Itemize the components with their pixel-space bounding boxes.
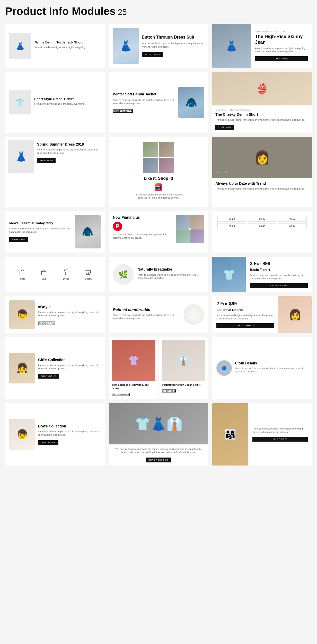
shop-now-family-button[interactable]: SHOP NOW xyxy=(252,437,308,442)
girls-collection-subtitle: From its medieval origins to the digital… xyxy=(38,364,101,370)
shop-women-button[interactable]: SHOP WOMEN xyxy=(112,393,130,396)
shop-jacket-button[interactable]: SHOP JACKET xyxy=(113,109,133,113)
shop-now-mens-button[interactable]: SHOP NOW xyxy=(9,237,28,242)
page-title: Product Info Modules xyxy=(5,5,116,17)
girls-collection-title: Girl's Collection xyxy=(38,357,101,362)
shop-look-button[interactable]: SHOP LOOK xyxy=(38,321,55,325)
now-pinning-title: Now Pinning us xyxy=(113,215,172,220)
shorts-icon xyxy=(85,269,92,276)
short-green-subtitle: From its medieval origins to the digital… xyxy=(34,102,101,106)
cloth-details-subtitle: The point of using lorem ipsum is that i… xyxy=(235,367,308,373)
size-item-3[interactable]: 30-32 xyxy=(278,216,307,222)
bow-linen-title: Bow Linen Top Red with Light Jeans xyxy=(112,383,155,390)
shop-boys-button[interactable]: SHOP BOY'S xyxy=(38,440,58,445)
dress-icon xyxy=(63,269,70,276)
mens-essential-title: Men's Essential Today Only xyxy=(9,221,72,226)
size-item-4[interactable]: 32-38 xyxy=(217,223,246,229)
white-denim-title: White Denim Turtleneck Short xyxy=(35,40,101,45)
boys-tag-title: #Boy's xyxy=(38,304,101,309)
henley-collar-section: 👔 Structured Henley Collar T-shirt SHOP … xyxy=(159,337,208,399)
girls-collection-card: 👧 Girl's Collection From its medieval or… xyxy=(5,337,105,399)
spring-summer-card: 👗 Spring Summer Dress 2019 From its medi… xyxy=(5,137,105,207)
naturally-subtitle: From its medieval origins to the digital… xyxy=(138,273,204,280)
winter-denim-title: Winter Soft Denim Jacket xyxy=(113,92,175,96)
now-pinning-card: Now Pinning us 𝗣 We have launched on pin… xyxy=(109,211,208,253)
white-denim-image: 👗 xyxy=(9,33,31,59)
products-card: 👚 Bow Linen Top Red with Light Jeans SHO… xyxy=(109,337,208,399)
dress-label: Dress xyxy=(63,278,69,280)
sizes-card: 26-28 28-30 30-32 32-38 38-40 40-44 xyxy=(212,211,312,253)
basic-tshirt-title: Basic T-shirt xyxy=(250,268,308,272)
family-image: 👨‍👩‍👧 xyxy=(212,403,248,466)
high-rise-image: 👗 xyxy=(212,24,251,68)
short-green-card: 👕 Short Style Green T-shirt From its med… xyxy=(5,72,105,133)
shorts-icon-item: Shorts xyxy=(85,269,92,280)
girls-collection-image: 👧 xyxy=(9,353,35,383)
short-green-image: 👕 xyxy=(9,90,31,114)
dress-icon-item: Dress xyxy=(63,269,70,280)
tshirt-icon-item: T-shirt xyxy=(18,269,25,280)
pinning-collage xyxy=(176,215,204,243)
spring-summer-title: Spring Summer Dress 2019 xyxy=(37,142,102,147)
essential-shorts-card: 2 For $99 Essential Shorts From its medi… xyxy=(212,296,312,333)
high-rise-card: 👗 OUR MONTHLY EDITORIAL The High-Rise Sk… xyxy=(212,24,312,68)
henley-collar-image: 👔 xyxy=(162,340,205,381)
basic-tshirt-image: 👕 xyxy=(212,257,246,292)
boys-collection-image: 👦 xyxy=(9,419,35,450)
icons-row-card: T-shirt Bag Dress Shorts xyxy=(5,257,105,292)
shop-jumper-button[interactable]: SHOP JUMPER xyxy=(216,323,274,328)
page-count: 25 xyxy=(118,7,127,17)
size-item-6[interactable]: 40-44 xyxy=(278,223,307,229)
shop-tshirt-button[interactable]: SHOP T-SHIRT xyxy=(250,283,308,288)
white-denim-subtitle: From its medieval origins to the digital… xyxy=(35,46,101,49)
button-dress-card: 👗 Button Through Dress Suit From its med… xyxy=(109,24,208,68)
size-item-2[interactable]: 28-30 xyxy=(248,216,277,222)
basic-tshirt-promo: 3 For $99 xyxy=(250,261,308,267)
shop-men-button[interactable]: SHOP MEN xyxy=(162,389,176,392)
winter-denim-subtitle: From its medieval origins to the digital… xyxy=(113,99,175,105)
shop-now-cheeky-button[interactable]: SHOP NOW xyxy=(215,125,234,130)
mens-essential-subtitle: From its medieval origins to the digital… xyxy=(9,227,72,234)
like-shop-title: Like it, Shop it! xyxy=(144,176,173,181)
boys-tag-image: 👦 xyxy=(9,300,35,329)
like-shop-card: Like it, Shop it! 📷 Tag this look you li… xyxy=(109,137,208,207)
cheeky-denim-label: OUR MONTHLY EDITORIAL xyxy=(215,109,309,111)
spring-summer-image: 👗 xyxy=(8,140,34,173)
read-about-us-button[interactable]: READ ABOUT US xyxy=(146,458,171,462)
tshirt-icon xyxy=(18,269,25,276)
page-header: Product Info Modules 25 xyxy=(5,5,312,17)
boys-tag-subtitle: From its medieval origins to the digital… xyxy=(38,311,101,317)
cheeky-denim-subtitle: From its medieval origins to the digital… xyxy=(215,118,309,122)
essential-shorts-image: 👩 xyxy=(278,296,312,333)
refined-title: Refined comfortable xyxy=(113,307,180,312)
svg-rect-0 xyxy=(41,271,46,275)
bow-linen-section: 👚 Bow Linen Top Red with Light Jeans SHO… xyxy=(109,337,159,399)
high-rise-label: OUR MONTHLY EDITORIAL xyxy=(255,30,308,33)
bow-linen-image: 👚 xyxy=(112,340,155,381)
shop-now-spring-button[interactable]: SHOP NOW xyxy=(37,158,56,163)
like-shop-subtitle: Tag this look you like drawing from our … xyxy=(133,193,184,200)
size-item-1[interactable]: 26-28 xyxy=(217,216,246,222)
always-trend-subtitle: From its medieval origins to the digital… xyxy=(215,187,309,191)
fashion-blog-image: FASHION 👩 xyxy=(212,137,312,178)
basic-tshirt-card: 👕 3 For $99 Basic T-shirt From its medie… xyxy=(212,257,312,292)
cheeky-denim-card: 👙 OUR MONTHLY EDITORIAL The Cheeky Denim… xyxy=(212,72,312,133)
refined-subtitle: From its medieval origins to the digital… xyxy=(113,314,180,320)
bag-icon-item: Bag xyxy=(40,269,47,280)
instagram-icon: 📷 xyxy=(155,183,162,191)
cheeky-denim-title: The Cheeky Denim Short xyxy=(215,112,309,117)
size-item-5[interactable]: 38-40 xyxy=(248,223,277,229)
refined-image xyxy=(183,304,204,325)
size-grid: 26-28 28-30 30-32 32-38 38-40 40-44 xyxy=(217,216,307,229)
essential-shorts-title: Essential Shorts xyxy=(216,308,274,312)
about-energy-card: 👕👗👔 The energy brings to improving the a… xyxy=(109,403,208,466)
button-dress-title: Button Through Dress Suit xyxy=(142,35,204,40)
high-rise-title: The High-Rise Skinny Jean xyxy=(255,34,308,45)
shop-now-high-rise-button[interactable]: SHOP NOW xyxy=(255,56,308,61)
boys-tag-card: 👦 #Boy's From its medieval origins to th… xyxy=(5,296,105,333)
shop-dress-button[interactable]: SHOP DRESS xyxy=(142,52,163,57)
shop-girls-button[interactable]: SHOP GIRL'S xyxy=(38,374,59,379)
family-subtitle: From its medieval origins to the digital… xyxy=(252,427,308,434)
always-trend-title: Always Up to Date with Trend xyxy=(215,181,309,186)
button-dress-subtitle: From its medieval origins to the digital… xyxy=(142,42,204,48)
